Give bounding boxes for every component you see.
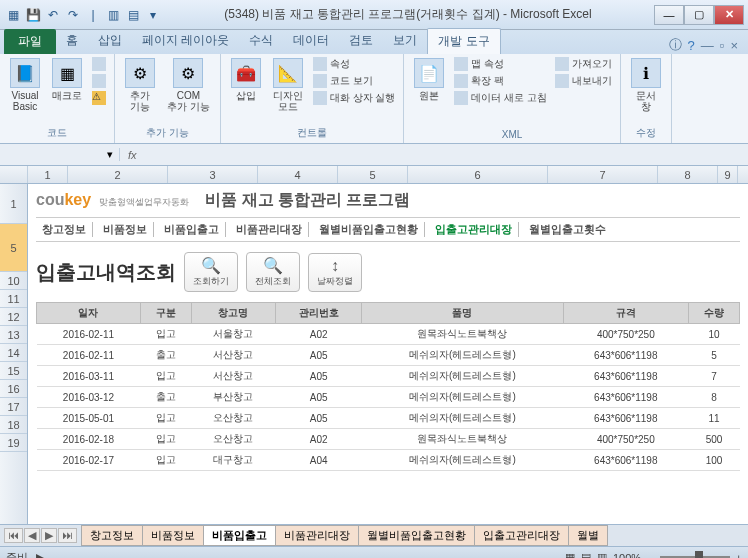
- save-icon[interactable]: 💾: [24, 6, 42, 24]
- record-macro-item[interactable]: [90, 56, 108, 72]
- ribbon-tab[interactable]: 페이지 레이아웃: [132, 28, 239, 54]
- row-header[interactable]: 10: [0, 272, 27, 290]
- help-icon[interactable]: ?: [688, 38, 695, 53]
- row-header[interactable]: 12: [0, 308, 27, 326]
- run-dialog-item[interactable]: 대화 상자 실행: [311, 90, 398, 106]
- row-header[interactable]: 5: [0, 224, 27, 272]
- macro-button[interactable]: ▦ 매크로: [48, 56, 86, 103]
- next-tab-icon[interactable]: ▶: [41, 528, 57, 543]
- sheet-tab[interactable]: 비품정보: [142, 525, 204, 546]
- ribbon-tab[interactable]: 홈: [56, 28, 88, 54]
- visual-basic-button[interactable]: 📘 Visual Basic: [6, 56, 44, 114]
- undo-icon[interactable]: ↶: [44, 6, 62, 24]
- macro-indicator-icon[interactable]: ▶: [36, 551, 44, 558]
- zoom-in-icon[interactable]: +: [736, 552, 742, 559]
- map-props-item[interactable]: 맵 속성: [452, 56, 549, 72]
- search-button[interactable]: 🔍 조회하기: [184, 252, 238, 292]
- ribbon-tab[interactable]: 수식: [239, 28, 283, 54]
- xml-source-button[interactable]: 📄 원본: [410, 56, 448, 103]
- table-row[interactable]: 2016-02-17입고대구창고A04메쉬의자(헤드레스트형)643*606*1…: [37, 450, 740, 471]
- mdi-restore-icon[interactable]: ▫: [720, 38, 725, 53]
- minimize-button[interactable]: —: [654, 5, 684, 25]
- close-button[interactable]: ✕: [714, 5, 744, 25]
- date-sort-button[interactable]: ↕ 날짜정렬: [308, 253, 362, 292]
- design-mode-button[interactable]: 📐 디자인 모드: [269, 56, 307, 114]
- qat-dropdown-icon[interactable]: ▾: [144, 6, 162, 24]
- chevron-down-icon[interactable]: ▾: [107, 148, 113, 161]
- nav-item[interactable]: 비품입출고: [158, 222, 226, 237]
- row-header[interactable]: 14: [0, 344, 27, 362]
- nav-item[interactable]: 입출고관리대장: [429, 222, 519, 237]
- maximize-button[interactable]: ▢: [684, 5, 714, 25]
- com-addins-button[interactable]: ⚙ COM 추가 기능: [163, 56, 214, 114]
- row-header[interactable]: 17: [0, 398, 27, 416]
- zoom-level[interactable]: 100%: [613, 552, 641, 559]
- column-header[interactable]: 4: [258, 166, 338, 183]
- row-header[interactable]: 16: [0, 380, 27, 398]
- sheet-tab[interactable]: 월별: [568, 525, 608, 546]
- name-box[interactable]: ▾: [0, 148, 120, 161]
- table-row[interactable]: 2015-05-01입고오산창고A05메쉬의자(헤드레스트형)643*606*1…: [37, 408, 740, 429]
- nav-item[interactable]: 월별비품입출고현황: [313, 222, 425, 237]
- table-row[interactable]: 2016-02-11출고서산창고A05메쉬의자(헤드레스트형)643*606*1…: [37, 345, 740, 366]
- column-header[interactable]: 2: [68, 166, 168, 183]
- macro-security-item[interactable]: ⚠: [90, 90, 108, 106]
- properties-item[interactable]: 속성: [311, 56, 398, 72]
- last-tab-icon[interactable]: ⏭: [58, 528, 77, 543]
- redo-icon[interactable]: ↷: [64, 6, 82, 24]
- expansion-pack-item[interactable]: 확장 팩: [452, 73, 549, 89]
- all-search-button[interactable]: 🔍 전체조회: [246, 252, 300, 292]
- view-code-item[interactable]: 코드 보기: [311, 73, 398, 89]
- first-tab-icon[interactable]: ⏮: [4, 528, 23, 543]
- insert-control-button[interactable]: 🧰 삽입: [227, 56, 265, 103]
- column-header[interactable]: 5: [338, 166, 408, 183]
- table-row[interactable]: 2016-03-11입고서산창고A05메쉬의자(헤드레스트형)643*606*1…: [37, 366, 740, 387]
- ribbon-tab[interactable]: 검토: [339, 28, 383, 54]
- mdi-close-icon[interactable]: ×: [730, 38, 738, 53]
- column-header[interactable]: 6: [408, 166, 548, 183]
- row-header[interactable]: 18: [0, 416, 27, 434]
- nav-item[interactable]: 비품정보: [97, 222, 154, 237]
- document-panel-button[interactable]: ℹ 문서 창: [627, 56, 665, 114]
- view-layout-icon[interactable]: ▤: [581, 551, 591, 558]
- minimize-ribbon-icon[interactable]: ⓘ: [669, 36, 682, 54]
- nav-item[interactable]: 비품관리대장: [230, 222, 309, 237]
- column-header[interactable]: 3: [168, 166, 258, 183]
- sheet-tab[interactable]: 창고정보: [81, 525, 143, 546]
- qat-item-icon[interactable]: ▥: [104, 6, 122, 24]
- relative-ref-item[interactable]: [90, 73, 108, 89]
- prev-tab-icon[interactable]: ◀: [24, 528, 40, 543]
- column-header[interactable]: 9: [718, 166, 738, 183]
- column-header[interactable]: 8: [658, 166, 718, 183]
- column-header[interactable]: 7: [548, 166, 658, 183]
- addins-button[interactable]: ⚙ 추가 기능: [121, 56, 159, 114]
- table-row[interactable]: 2016-02-11입고서울창고A02원목좌식노트북책상400*750*2501…: [37, 324, 740, 345]
- table-row[interactable]: 2016-03-12출고부산창고A05메쉬의자(헤드레스트형)643*606*1…: [37, 387, 740, 408]
- ribbon-tab[interactable]: 데이터: [283, 28, 339, 54]
- select-all-corner[interactable]: [0, 166, 28, 183]
- row-header[interactable]: 11: [0, 290, 27, 308]
- view-break-icon[interactable]: ▥: [597, 551, 607, 558]
- sheet-tab[interactable]: 비품입출고: [203, 525, 276, 546]
- column-header[interactable]: 1: [28, 166, 68, 183]
- row-header[interactable]: 1: [0, 184, 27, 224]
- import-item[interactable]: 가져오기: [553, 56, 614, 72]
- row-header[interactable]: 13: [0, 326, 27, 344]
- mdi-minimize-icon[interactable]: —: [701, 38, 714, 53]
- nav-item[interactable]: 창고정보: [36, 222, 93, 237]
- table-row[interactable]: 2016-02-18입고오산창고A02원목좌식노트북책상400*750*2505…: [37, 429, 740, 450]
- export-item[interactable]: 내보내기: [553, 73, 614, 89]
- row-header[interactable]: 15: [0, 362, 27, 380]
- ribbon-tab[interactable]: 보기: [383, 28, 427, 54]
- file-tab[interactable]: 파일: [4, 29, 56, 54]
- nav-item[interactable]: 월별입출고횟수: [523, 222, 612, 237]
- sheet-tab[interactable]: 입출고관리대장: [474, 525, 569, 546]
- sheet-tab[interactable]: 월별비품입출고현황: [358, 525, 475, 546]
- row-header[interactable]: 19: [0, 434, 27, 452]
- qat-item-icon[interactable]: ▤: [124, 6, 142, 24]
- ribbon-tab[interactable]: 삽입: [88, 28, 132, 54]
- view-normal-icon[interactable]: ▦: [565, 551, 575, 558]
- zoom-out-icon[interactable]: −: [647, 552, 653, 559]
- sheet-tab[interactable]: 비품관리대장: [275, 525, 359, 546]
- ribbon-tab[interactable]: 개발 도구: [427, 28, 500, 54]
